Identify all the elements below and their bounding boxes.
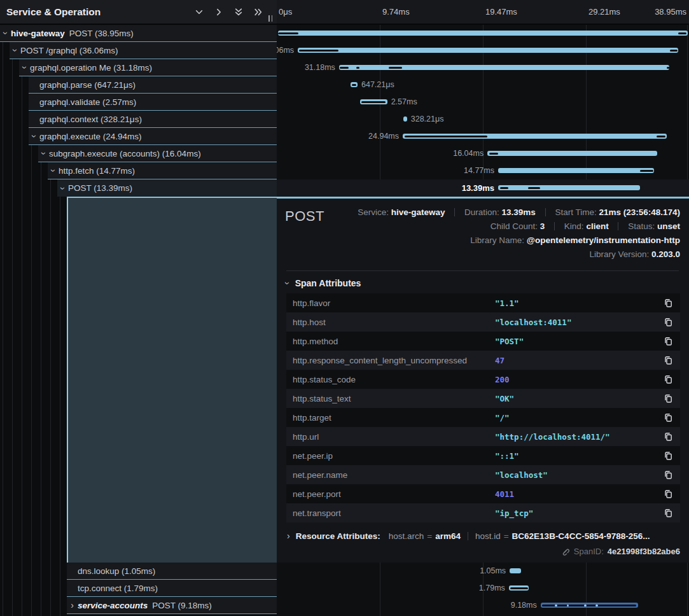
copy-icon[interactable] xyxy=(663,431,674,442)
panel-resize-handle[interactable] xyxy=(268,15,272,22)
collapse-one-icon[interactable] xyxy=(195,8,204,17)
timeline-span-row[interactable]: 31.18ms xyxy=(277,59,689,76)
chevron-right-icon[interactable] xyxy=(67,601,78,610)
span-bar-child-marker xyxy=(405,136,487,137)
span-row-tcp-connect[interactable]: tcp.connect (1.79ms) xyxy=(67,580,277,597)
chevron-down-icon[interactable] xyxy=(59,183,67,193)
meta-divider xyxy=(554,222,555,230)
chevron-down-icon[interactable] xyxy=(11,45,20,56)
indent-guide xyxy=(12,25,13,616)
span-attributes-title: Span Attributes xyxy=(295,278,361,288)
link-icon[interactable] xyxy=(560,547,570,556)
span-label: POST /graphql (36.06ms) xyxy=(20,46,118,55)
timeline-span-row[interactable]: 328.21μs xyxy=(277,111,689,128)
span-row-graphql-validate[interactable]: graphql.validate (2.57ms) xyxy=(29,94,277,111)
span-bar[interactable] xyxy=(498,185,640,190)
span-bar[interactable] xyxy=(298,48,678,53)
span-row-graphql-context[interactable]: graphql.context (328.21μs) xyxy=(29,111,277,128)
duration-value: 13.39ms xyxy=(502,207,536,217)
span-duration-label: 2.57ms xyxy=(387,94,417,111)
copy-icon[interactable] xyxy=(663,508,674,519)
attribute-value: "::1" xyxy=(495,451,663,461)
tree-header: Service & Operation xyxy=(0,0,277,25)
span-bar-child-marker xyxy=(595,605,598,606)
expand-one-icon[interactable] xyxy=(214,8,223,17)
span-attributes-toggle[interactable]: Span Attributes xyxy=(286,278,680,288)
timeline-span-row[interactable]: 9.18ms xyxy=(277,597,689,614)
expand-all-icon[interactable] xyxy=(254,8,263,17)
span-row-graphql-operation[interactable]: graphql.operation Me (31.18ms) xyxy=(19,59,277,76)
timeline-span-row-selected[interactable]: 13.39ms xyxy=(277,179,689,197)
span-label: graphql.context (328.21μs) xyxy=(39,115,142,124)
timeline-span-row[interactable]: 1.79ms xyxy=(277,580,689,597)
copy-icon[interactable] xyxy=(663,374,674,385)
span-row-subgraph-execute[interactable]: subgraph.execute (accounts) (16.04ms) xyxy=(38,145,277,162)
copy-icon[interactable] xyxy=(663,489,674,500)
chevron-down-icon[interactable] xyxy=(49,165,58,176)
span-row-graphql-parse[interactable]: graphql.parse (647.21μs) xyxy=(29,76,277,94)
attribute-value: "OK" xyxy=(495,394,663,403)
timeline-span-row[interactable] xyxy=(277,25,689,42)
span-id-value: 4e21998f3b82abe6 xyxy=(608,547,680,556)
meta-line-2: Child Count: 3 Kind: client Status: unse… xyxy=(324,220,680,232)
timeline-span-row[interactable]: 36.06ms xyxy=(277,42,689,59)
copy-icon[interactable] xyxy=(663,412,674,423)
span-label: tcp.connect (1.79ms) xyxy=(78,584,158,593)
span-row-http-fetch[interactable]: http.fetch (14.77ms) xyxy=(48,162,277,179)
start-time-value: 21ms (23:56:48.174) xyxy=(599,207,680,217)
copy-icon[interactable] xyxy=(663,393,674,404)
chevron-down-icon[interactable] xyxy=(39,148,48,159)
span-label: graphql.operation Me (31.18ms) xyxy=(30,63,152,73)
attribute-value: "localhost" xyxy=(495,470,663,480)
span-row-hive-gateway-post[interactable]: hive-gateway POST (38.95ms) xyxy=(0,25,277,42)
span-detail-meta: Service: hive-gateway Duration: 13.39ms … xyxy=(324,205,680,262)
timeline-span-row[interactable]: 2.57ms xyxy=(277,94,689,111)
start-time-label: Start Time: xyxy=(555,207,596,217)
resource-attributes-row[interactable]: Resource Attributes: host.arch = arm64 h… xyxy=(285,531,680,541)
attribute-row: http.response_content_length_uncompresse… xyxy=(286,351,680,370)
span-row-service-accounts-post[interactable]: service-accounts POST (9.18ms) xyxy=(67,597,277,614)
span-bar[interactable] xyxy=(278,31,688,36)
chevron-down-icon[interactable] xyxy=(1,28,10,39)
span-label: POST (9.18ms) xyxy=(152,601,212,610)
copy-icon[interactable] xyxy=(663,451,674,461)
attribute-value: "localhost:4011" xyxy=(495,318,663,327)
chevron-down-icon[interactable] xyxy=(20,62,29,73)
service-name: service-accounts xyxy=(78,601,148,610)
collapse-all-icon[interactable] xyxy=(234,8,243,17)
meta-divider xyxy=(545,208,546,216)
attribute-value: "ip_tcp" xyxy=(495,508,663,518)
span-bar-child-marker xyxy=(657,136,665,137)
copy-icon[interactable] xyxy=(663,336,674,347)
copy-icon[interactable] xyxy=(663,317,674,328)
span-detail-panel: POST Service: hive-gateway Duration: 13.… xyxy=(277,197,689,563)
copy-icon[interactable] xyxy=(663,355,674,366)
attribute-value: "1.1" xyxy=(495,298,663,308)
copy-icon[interactable] xyxy=(663,298,674,309)
timeline-span-row[interactable]: 14.77ms xyxy=(277,162,689,179)
span-bar-child-marker xyxy=(667,67,670,69)
indent-guide xyxy=(22,25,22,616)
span-bar-child-marker xyxy=(389,67,402,69)
span-bar[interactable] xyxy=(510,568,520,573)
span-row-dns-lookup[interactable]: dns.lookup (1.05ms) xyxy=(67,563,277,580)
kind-label: Kind: xyxy=(564,221,584,231)
timeline-tick: 9.74ms xyxy=(382,0,410,24)
timeline-span-row[interactable]: 24.94ms xyxy=(277,128,689,145)
copy-icon[interactable] xyxy=(663,470,674,480)
meta-divider xyxy=(618,222,618,230)
chevron-down-icon[interactable] xyxy=(30,131,39,142)
span-row-post-graphql[interactable]: POST /graphql (36.06ms) xyxy=(10,42,277,59)
span-row-graphql-execute[interactable]: graphql.execute (24.94ms) xyxy=(29,128,277,145)
timeline-span-row[interactable]: 16.04ms xyxy=(277,145,689,162)
resource-value: BC62E13B-C4CC-5854-9788-256... xyxy=(512,531,650,541)
timeline-span-row[interactable]: 1.05ms xyxy=(277,563,689,580)
span-label: graphql.parse (647.21μs) xyxy=(39,80,136,90)
status-label: Status: xyxy=(628,221,655,231)
span-row-post-selected[interactable]: POST (13.39ms) xyxy=(57,179,277,197)
span-bar[interactable] xyxy=(498,168,654,173)
span-id-row: SpanID: 4e21998f3b82abe6 xyxy=(285,547,680,556)
timeline-span-row[interactable]: 647.21μs xyxy=(277,76,689,94)
chevron-right-icon xyxy=(287,531,290,541)
span-bar[interactable] xyxy=(487,151,657,156)
